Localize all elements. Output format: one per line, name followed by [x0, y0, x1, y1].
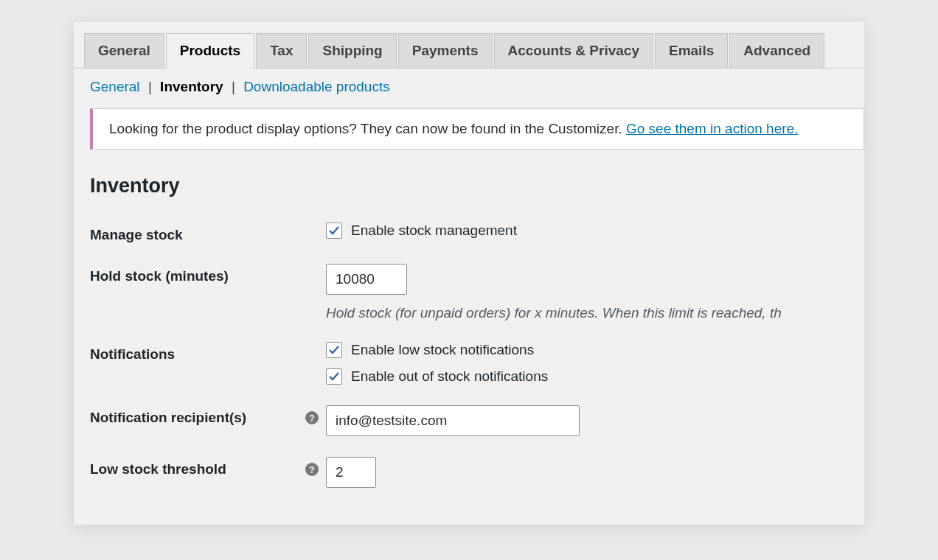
label-hold-stock: Hold stock (minutes) — [90, 264, 326, 284]
checkbox-label-manage-stock: Enable stock management — [351, 223, 517, 239]
checkbox-label-out-of-stock: Enable out of stock notifications — [351, 368, 548, 385]
separator: | — [232, 79, 235, 94]
tab-emails[interactable]: Emails — [655, 33, 728, 69]
notice-text: Looking for the product display options?… — [109, 121, 626, 136]
desc-hold-stock: Hold stock (for unpaid orders) for x min… — [326, 305, 782, 321]
row-hold-stock: Hold stock (minutes) Hold stock (for unp… — [74, 253, 864, 332]
notice-link[interactable]: Go see them in action here. — [626, 121, 798, 136]
tab-general[interactable]: General — [84, 33, 164, 69]
tab-tax[interactable]: Tax — [256, 33, 307, 69]
subtab-inventory[interactable]: Inventory — [160, 79, 223, 94]
tabs-nav: General Products Tax Shipping Payments A… — [74, 22, 864, 69]
row-recipients: Notification recipient(s) ? — [74, 395, 864, 447]
separator: | — [148, 79, 152, 94]
tab-shipping[interactable]: Shipping — [308, 33, 396, 69]
input-low-threshold[interactable] — [326, 457, 376, 488]
settings-panel: General Products Tax Shipping Payments A… — [74, 22, 864, 525]
subtab-general[interactable]: General — [90, 79, 140, 94]
info-notice: Looking for the product display options?… — [90, 108, 864, 150]
tab-products[interactable]: Products — [166, 33, 254, 69]
help-icon[interactable]: ? — [305, 411, 319, 424]
tab-advanced[interactable]: Advanced — [729, 33, 824, 69]
section-title: Inventory — [74, 150, 864, 212]
label-notifications: Notifications — [90, 342, 326, 363]
help-icon[interactable]: ? — [305, 463, 319, 476]
subtab-downloadable[interactable]: Downloadable products — [243, 79, 390, 94]
input-recipients[interactable] — [326, 405, 580, 436]
check-icon — [328, 371, 340, 382]
checkbox-label-low-stock: Enable low stock notifications — [351, 342, 534, 358]
row-manage-stock: Manage stock Enable stock management — [74, 212, 864, 253]
checkbox-low-stock[interactable] — [326, 342, 342, 358]
input-hold-stock[interactable] — [326, 264, 407, 295]
checkbox-manage-stock[interactable] — [326, 223, 342, 239]
row-notifications: Notifications Enable low stock notificat… — [74, 332, 864, 395]
row-low-threshold: Low stock threshold ? — [74, 447, 864, 498]
tab-accounts-privacy[interactable]: Accounts & Privacy — [494, 33, 653, 69]
tab-payments[interactable]: Payments — [398, 33, 493, 69]
subtabs-nav: General | Inventory | Downloadable produ… — [74, 69, 864, 108]
check-icon — [328, 225, 340, 237]
label-manage-stock: Manage stock — [90, 223, 326, 243]
check-icon — [328, 344, 340, 356]
label-low-threshold: Low stock threshold — [90, 461, 226, 477]
label-recipients: Notification recipient(s) — [90, 410, 246, 426]
checkbox-out-of-stock[interactable] — [326, 368, 342, 385]
